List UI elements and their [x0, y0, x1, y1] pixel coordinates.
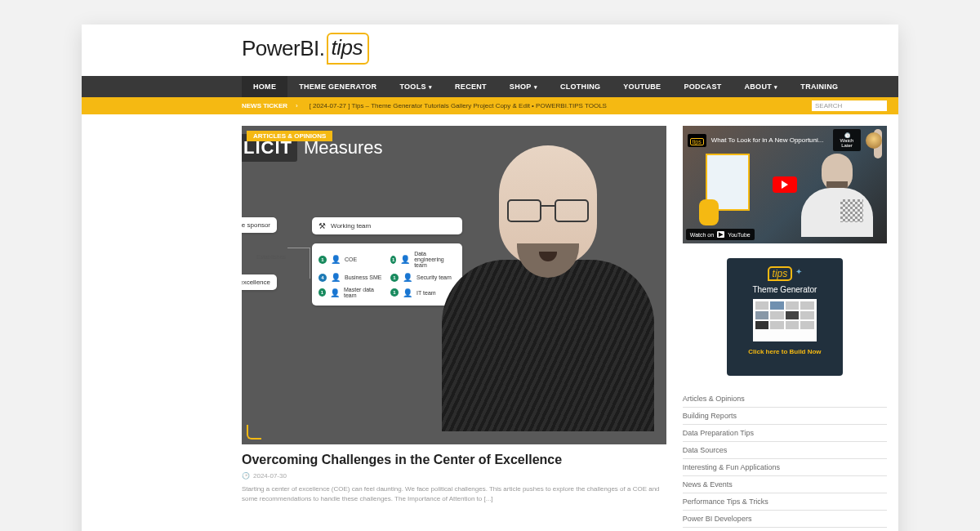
ad-title: Theme Generator	[735, 285, 835, 294]
news-ticker: NEWS TICKER › [ 2024-07-27 ] Tips – Them…	[82, 97, 898, 114]
presenter-illustration	[421, 134, 666, 444]
corner-mark-icon	[247, 425, 261, 440]
hammers-icon: ⚒	[318, 221, 326, 230]
article-date: 2024-07-30	[253, 472, 287, 480]
dia-sponsor: ive sponsor	[242, 217, 277, 233]
dia-coe: of excellence	[242, 274, 277, 290]
logo-suffix: tips	[327, 33, 369, 65]
category-list: Articles & Opinions Building Reports Dat…	[683, 390, 887, 531]
youtube-embed[interactable]: tips What To Look for in A New Opportuni…	[683, 126, 887, 243]
nav-clothing[interactable]: CLOTHING	[549, 76, 612, 97]
person-icon: 👤	[331, 255, 341, 264]
chevron-right-icon: ›	[296, 102, 298, 109]
channel-logo: tips	[688, 134, 706, 147]
category-link[interactable]: Articles & Opinions	[683, 390, 887, 408]
chevron-down-icon: ▾	[429, 84, 432, 90]
article-meta: 🕑 2024-07-30	[242, 472, 666, 480]
play-button[interactable]	[773, 176, 797, 193]
person-icon: 👤	[403, 288, 412, 297]
ticker-text[interactable]: [ 2024-07-27 ] Tips – Theme Generator Tu…	[310, 102, 607, 109]
nav-theme-generator[interactable]: THEME GENERATOR	[287, 76, 388, 97]
page-frame: PowerBI. tips HOME THEME GENERATOR TOOLS…	[82, 25, 898, 531]
category-link[interactable]: Interesting & Fun Applications	[683, 459, 887, 476]
youtube-logo-icon: ▶	[717, 231, 724, 238]
person-icon: 👤	[330, 288, 340, 297]
category-link[interactable]: Data Sources	[683, 442, 887, 459]
category-link[interactable]: Performance Tips & Tricks	[683, 493, 887, 511]
article-excerpt: Starting a center of excellence (COE) ca…	[242, 484, 666, 504]
ad-logo: tips	[768, 266, 793, 281]
video-title: What To Look for in A New Opportuni...	[711, 136, 828, 144]
ticker-label: NEWS TICKER	[242, 102, 287, 109]
category-link[interactable]: Building Reports	[683, 408, 887, 425]
site-logo[interactable]: PowerBI. tips	[242, 33, 898, 65]
nav-home[interactable]: HOME	[242, 76, 287, 97]
presenter-small	[797, 154, 877, 242]
chevron-down-icon: ▾	[534, 84, 537, 90]
clock-icon: 🕓	[835, 132, 858, 138]
theme-generator-ad[interactable]: tips ✦ Theme Generator Click here to Bui…	[727, 258, 843, 376]
nav-training[interactable]: TRAINING	[789, 76, 849, 97]
watch-on-youtube[interactable]: Watch on ▶ YouTube	[686, 229, 755, 240]
hand-illustration	[699, 199, 719, 225]
category-link[interactable]: Data Preparation Tips	[683, 425, 887, 442]
logo-brand: PowerBI.	[242, 36, 325, 61]
dia-establishes: Establishes	[256, 254, 286, 260]
header: PowerBI. tips	[82, 25, 898, 76]
play-icon	[782, 181, 788, 189]
person-icon: 👤	[400, 255, 410, 264]
search-input[interactable]: SEARCH	[812, 100, 887, 111]
arrow-icon	[287, 248, 310, 279]
person-icon: 👤	[331, 273, 341, 282]
main-nav: HOME THEME GENERATOR TOOLS▾ RECENT SHOP▾…	[82, 76, 898, 97]
featured-article-card[interactable]: ARTICLES & OPINIONS LICIT Measures ive s…	[242, 126, 666, 444]
qr-icon	[840, 199, 863, 222]
category-link[interactable]: PowerBI.Tips Tools	[683, 528, 887, 531]
ad-cta[interactable]: Click here to Build Now	[735, 348, 835, 355]
nav-shop[interactable]: SHOP▾	[498, 76, 549, 97]
plus-icon: ✦	[795, 267, 802, 276]
category-link[interactable]: News & Events	[683, 476, 887, 493]
watch-later-button[interactable]: 🕓 Watch Later	[833, 129, 861, 151]
chevron-down-icon: ▾	[774, 84, 777, 90]
nav-podcast[interactable]: PODCAST	[672, 76, 733, 97]
article-title[interactable]: Overcoming Challenges in the Center of E…	[242, 453, 666, 467]
nav-about[interactable]: ABOUT▾	[733, 76, 790, 97]
theme-gallery-thumb	[753, 299, 817, 341]
glasses-icon	[507, 199, 589, 222]
category-badge[interactable]: ARTICLES & OPINIONS	[247, 131, 332, 141]
channel-avatar[interactable]	[866, 132, 882, 149]
nav-youtube[interactable]: YOUTUBE	[612, 76, 672, 97]
category-link[interactable]: Power BI Developers	[683, 511, 887, 528]
person-icon: 👤	[403, 273, 412, 282]
nav-recent[interactable]: RECENT	[443, 76, 498, 97]
sidebar: tips What To Look for in A New Opportuni…	[683, 126, 887, 531]
clock-icon: 🕑	[242, 472, 250, 480]
nav-tools[interactable]: TOOLS▾	[388, 76, 443, 97]
main-column: ARTICLES & OPINIONS LICIT Measures ive s…	[242, 126, 666, 531]
